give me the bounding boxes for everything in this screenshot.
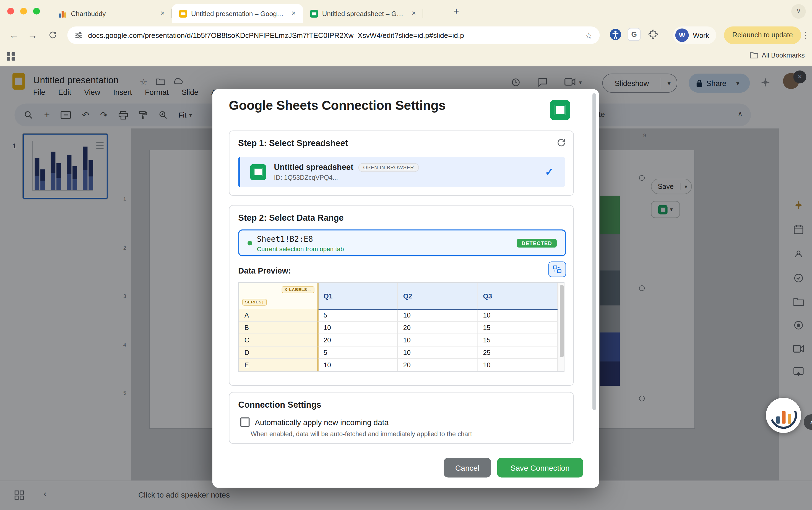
- browser-tab-1[interactable]: Chartbuddy×: [52, 4, 172, 23]
- table-cell[interactable]: 10: [477, 309, 557, 321]
- profile-chip[interactable]: W Work: [673, 26, 716, 44]
- chartbuddy-favicon: [59, 10, 67, 18]
- table-cell[interactable]: 5: [318, 309, 398, 321]
- row-label[interactable]: E: [239, 359, 318, 371]
- sheets-logo-icon: [550, 100, 570, 120]
- table-cell[interactable]: 10: [398, 346, 477, 359]
- table-cell[interactable]: 20: [318, 334, 398, 346]
- address-bar[interactable]: docs.google.com/presentation/d/1b5f7OB8t…: [67, 26, 600, 44]
- folder-icon: [750, 52, 758, 58]
- auto-apply-checkbox[interactable]: [240, 417, 250, 427]
- table-cell[interactable]: 20: [398, 321, 477, 334]
- auto-apply-label[interactable]: Automatically apply new incoming data: [255, 418, 388, 427]
- close-window-button[interactable]: [7, 8, 14, 15]
- step2-card: Step 2: Select Data Range Sheet1!B2:E8 C…: [229, 205, 574, 386]
- range-note: Current selection from open tab: [257, 246, 344, 253]
- table-row: D51025: [239, 346, 557, 359]
- row-label[interactable]: C: [239, 334, 318, 346]
- column-header[interactable]: Q3: [477, 283, 557, 309]
- close-tab-icon[interactable]: ×: [290, 9, 298, 18]
- sheets-favicon: [310, 10, 318, 18]
- table-cell[interactable]: 10: [398, 334, 477, 346]
- table-cell[interactable]: 10: [477, 359, 557, 371]
- forward-button[interactable]: →: [26, 28, 39, 42]
- connection-settings-card: Connection Settings Automatically apply …: [229, 392, 574, 444]
- x-labels-badge: X-LABELS→: [282, 286, 314, 293]
- table-corner-cell: X-LABELS→SERIES↓: [239, 283, 318, 309]
- tab-title: Chartbuddy: [71, 10, 154, 18]
- close-tab-icon[interactable]: ×: [410, 9, 418, 18]
- screen: Untitled presentation ☆ FileEditViewInse…: [0, 0, 812, 510]
- step1-heading: Step 1: Select Spreadsheet: [238, 138, 348, 148]
- step2-heading: Step 2: Select Data Range: [238, 213, 344, 223]
- row-label[interactable]: A: [239, 309, 318, 321]
- dialog-scrollbar[interactable]: [592, 93, 596, 410]
- save-connection-button[interactable]: Save Connection: [497, 458, 583, 477]
- transpose-toggle-button[interactable]: [548, 262, 566, 277]
- google-extension-icon[interactable]: G: [628, 28, 640, 41]
- open-in-browser-badge: OPEN IN BROWSER: [358, 163, 419, 172]
- zoom-window-button[interactable]: [33, 8, 40, 15]
- table-cell[interactable]: 25: [477, 346, 557, 359]
- back-button[interactable]: ←: [7, 28, 21, 42]
- extensions-puzzle-icon[interactable]: [648, 30, 659, 40]
- table-cell[interactable]: 10: [318, 359, 398, 371]
- check-icon: ✓: [545, 166, 553, 178]
- chartbuddy-logo-bars: [776, 411, 791, 424]
- browser-tab-3[interactable]: Untitled spreadsheet – Goog…×: [303, 4, 423, 23]
- step1-card: Step 1: Select Spreadsheet Untitled spre…: [229, 131, 574, 196]
- close-tab-icon[interactable]: ×: [158, 9, 167, 18]
- accessibility-icon[interactable]: [609, 28, 622, 41]
- reload-button[interactable]: [46, 28, 59, 42]
- relaunch-to-update-button[interactable]: Relaunch to update: [724, 26, 801, 44]
- table-row: E102010: [239, 359, 557, 371]
- sheets-file-icon: [250, 164, 266, 180]
- dialog-footer: Cancel Save Connection: [444, 458, 583, 477]
- cancel-button[interactable]: Cancel: [444, 458, 491, 477]
- tab-title: Untitled presentation – Goog…: [191, 10, 285, 18]
- column-header[interactable]: Q2: [398, 283, 477, 309]
- series-badge: SERIES↓: [242, 299, 267, 305]
- data-range-box[interactable]: Sheet1!B2:E8 Current selection from open…: [238, 229, 566, 256]
- tab-groups-grid-icon[interactable]: [6, 52, 16, 61]
- slides-favicon: [179, 10, 187, 18]
- table-row: C201015: [239, 334, 557, 346]
- all-bookmarks-label: All Bookmarks: [762, 51, 805, 59]
- browser-chrome: Chartbuddy×Untitled presentation – Goog……: [0, 0, 812, 66]
- spreadsheet-id: ID: 1Q53DZcqVPQ4...: [274, 174, 419, 181]
- site-settings-icon[interactable]: [75, 31, 83, 39]
- browser-tab-2[interactable]: Untitled presentation – Goog…×: [172, 4, 303, 23]
- minimize-window-button[interactable]: [20, 8, 27, 15]
- spreadsheet-name: Untitled spreadsheet: [274, 163, 353, 172]
- url-text: docs.google.com/presentation/d/1b5f7OB8t…: [88, 31, 585, 39]
- table-scrollbar[interactable]: [558, 283, 564, 371]
- dialog-title: Google Sheets Connection Settings: [229, 98, 446, 113]
- new-tab-button[interactable]: +: [450, 5, 463, 19]
- column-header[interactable]: Q1: [318, 283, 398, 309]
- range-value: Sheet1!B2:E8: [257, 234, 313, 244]
- row-label[interactable]: B: [239, 321, 318, 334]
- table-cell[interactable]: 10: [318, 321, 398, 334]
- chartbuddy-fab[interactable]: [766, 398, 801, 433]
- table-cell[interactable]: 10: [398, 309, 477, 321]
- bookmark-star-icon[interactable]: ☆: [585, 30, 592, 40]
- spreadsheet-list-item[interactable]: Untitled spreadsheet OPEN IN BROWSER ID:…: [238, 157, 565, 187]
- data-preview-label: Data Preview:: [238, 266, 291, 276]
- detected-badge: DETECTED: [517, 239, 557, 248]
- refresh-icon[interactable]: [556, 138, 566, 148]
- browser-menu-icon[interactable]: ⋮: [802, 28, 810, 42]
- live-dot-icon: [248, 241, 252, 246]
- sheets-connection-dialog: Google Sheets Connection Settings Step 1…: [212, 89, 599, 488]
- table-cell[interactable]: 15: [477, 321, 557, 334]
- row-label[interactable]: D: [239, 346, 318, 359]
- table-cell[interactable]: 5: [318, 346, 398, 359]
- tab-search-icon[interactable]: ∨: [791, 4, 806, 19]
- table-cell[interactable]: 15: [477, 334, 557, 346]
- tab-strip: Chartbuddy×Untitled presentation – Goog……: [0, 0, 812, 23]
- profile-name: Work: [693, 31, 709, 39]
- table-cell[interactable]: 20: [398, 359, 477, 371]
- profile-avatar: W: [675, 28, 689, 42]
- data-preview-table: X-LABELS→SERIES↓Q1Q2Q3A51010B102015C2010…: [238, 282, 564, 372]
- all-bookmarks-button[interactable]: All Bookmarks: [750, 51, 805, 59]
- tab-title: Untitled spreadsheet – Goog…: [322, 10, 405, 18]
